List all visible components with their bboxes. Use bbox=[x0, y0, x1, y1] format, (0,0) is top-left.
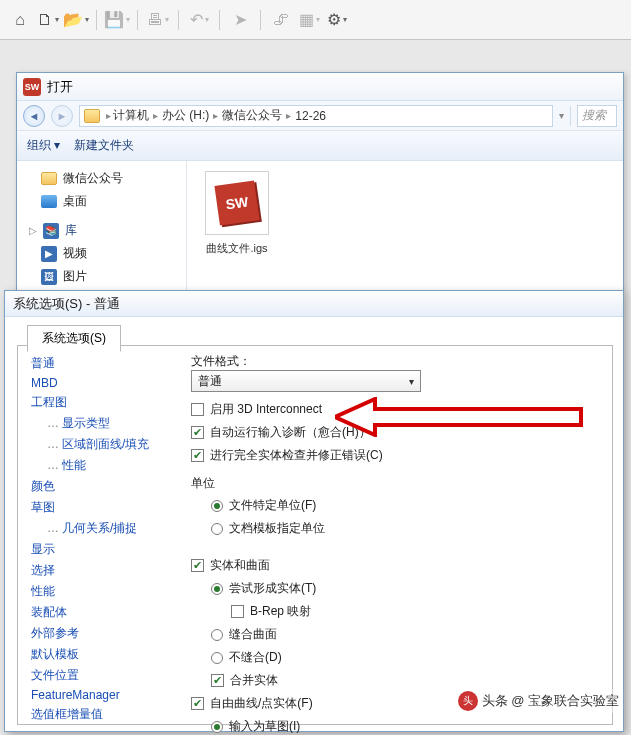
checkbox-merge[interactable] bbox=[211, 674, 224, 687]
watermark: 头头条 @ 宝象联合实验室 bbox=[454, 689, 623, 713]
tree-node[interactable]: 几何关系/捕捉 bbox=[25, 518, 175, 539]
print-icon[interactable]: 🖶 bbox=[146, 8, 170, 32]
tree-node[interactable]: 颜色 bbox=[25, 476, 175, 497]
organize-button[interactable]: 组织 ▾ bbox=[27, 137, 60, 154]
tree-node[interactable]: 选择 bbox=[25, 560, 175, 581]
document-icon[interactable]: 🗋 bbox=[36, 8, 60, 32]
breadcrumb[interactable]: ▸ 计算机▸ 办公 (H:)▸ 微信公众号▸ 12-26 bbox=[79, 105, 553, 127]
tree-node[interactable]: 草图 bbox=[25, 497, 175, 518]
tree-node[interactable]: 文件位置 bbox=[25, 665, 175, 686]
file-format-combo[interactable]: 普通 bbox=[191, 370, 421, 392]
checkbox-full-check[interactable] bbox=[191, 449, 204, 462]
open-dialog-title: SW 打开 bbox=[17, 73, 623, 101]
new-folder-button[interactable]: 新建文件夹 bbox=[74, 137, 134, 154]
tree-node[interactable]: 装配体 bbox=[25, 602, 175, 623]
tree-item-library[interactable]: ▷📚库 bbox=[25, 219, 178, 242]
checkbox-auto-diag[interactable] bbox=[191, 426, 204, 439]
tree-item-picture[interactable]: 🖼图片 bbox=[25, 265, 178, 288]
options-tree[interactable]: 普通 MBD 工程图 显示类型 区域剖面线/填充 性能 颜色 草图 几何关系/捕… bbox=[25, 353, 175, 721]
gear-icon[interactable]: ⚙ bbox=[325, 8, 349, 32]
tree-node[interactable]: 普通 bbox=[25, 353, 175, 374]
tree-node[interactable]: 选值框增量值 bbox=[25, 704, 175, 721]
window-icon[interactable]: ▦ bbox=[297, 8, 321, 32]
tree-node[interactable]: 默认模板 bbox=[25, 644, 175, 665]
tree-node[interactable]: 性能 bbox=[25, 581, 175, 602]
open-dialog: SW 打开 ◄ ► ▸ 计算机▸ 办公 (H:)▸ 微信公众号▸ 12-26 ▾… bbox=[16, 72, 624, 292]
file-item[interactable]: SW 曲线文件.igs bbox=[197, 171, 277, 256]
unit-group-label: 单位 bbox=[191, 475, 605, 492]
open-icon[interactable]: 📂 bbox=[64, 8, 88, 32]
folder-tree[interactable]: 微信公众号 桌面 ▷📚库 ▶视频 🖼图片 bbox=[17, 161, 187, 291]
radio-file-unit[interactable] bbox=[211, 500, 223, 512]
tree-node[interactable]: 工程图 bbox=[25, 392, 175, 413]
sw-app-icon: SW bbox=[23, 78, 41, 96]
checkbox-brep[interactable] bbox=[231, 605, 244, 618]
radio-nostitch[interactable] bbox=[211, 652, 223, 664]
options-content: 文件格式： 普通 启用 3D Interconnect 自动运行输入诊断（愈合(… bbox=[191, 353, 605, 721]
tree-node[interactable]: 性能 bbox=[25, 455, 175, 476]
home-icon[interactable]: ⌂ bbox=[8, 8, 32, 32]
save-icon[interactable]: 💾 bbox=[105, 8, 129, 32]
open-title-text: 打开 bbox=[47, 78, 73, 96]
options-title: 系统选项(S) - 普通 bbox=[5, 291, 623, 317]
attach-icon[interactable]: 🖇 bbox=[269, 8, 293, 32]
search-input[interactable]: 搜索 bbox=[577, 105, 617, 127]
tree-node[interactable]: 区域剖面线/填充 bbox=[25, 434, 175, 455]
radio-as-sketch[interactable] bbox=[211, 721, 223, 733]
checkbox-solid-surface[interactable] bbox=[191, 559, 204, 572]
radio-stitch[interactable] bbox=[211, 629, 223, 641]
file-label: 曲线文件.igs bbox=[197, 241, 277, 256]
tree-node[interactable]: 显示 bbox=[25, 539, 175, 560]
nav-forward-button[interactable]: ► bbox=[51, 105, 73, 127]
tree-node[interactable]: FeatureManager bbox=[25, 686, 175, 704]
system-options-dialog: 系统选项(S) - 普通 系统选项(S) 普通 MBD 工程图 显示类型 区域剖… bbox=[4, 290, 624, 732]
checkbox-3d-interconnect[interactable] bbox=[191, 403, 204, 416]
pointer-icon[interactable]: ➤ bbox=[228, 8, 252, 32]
folder-icon bbox=[84, 109, 100, 123]
tree-item-wx[interactable]: 微信公众号 bbox=[25, 167, 178, 190]
undo-icon[interactable]: ↶ bbox=[187, 8, 211, 32]
tree-node[interactable]: 显示类型 bbox=[25, 413, 175, 434]
main-toolbar: ⌂ 🗋 📂 💾 🖶 ↶ ➤ 🖇 ▦ ⚙ bbox=[0, 0, 631, 40]
radio-template-unit[interactable] bbox=[211, 523, 223, 535]
sw-file-icon: SW bbox=[214, 180, 259, 225]
nav-back-button[interactable]: ◄ bbox=[23, 105, 45, 127]
checkbox-free-curve[interactable] bbox=[191, 697, 204, 710]
file-format-label: 文件格式： bbox=[191, 353, 605, 370]
tab-system-options[interactable]: 系统选项(S) bbox=[27, 325, 121, 352]
radio-try-solid[interactable] bbox=[211, 583, 223, 595]
tree-item-desktop[interactable]: 桌面 bbox=[25, 190, 178, 213]
tree-node[interactable]: MBD bbox=[25, 374, 175, 392]
tree-item-video[interactable]: ▶视频 bbox=[25, 242, 178, 265]
tree-node[interactable]: 外部参考 bbox=[25, 623, 175, 644]
file-list[interactable]: SW 曲线文件.igs bbox=[187, 161, 623, 291]
